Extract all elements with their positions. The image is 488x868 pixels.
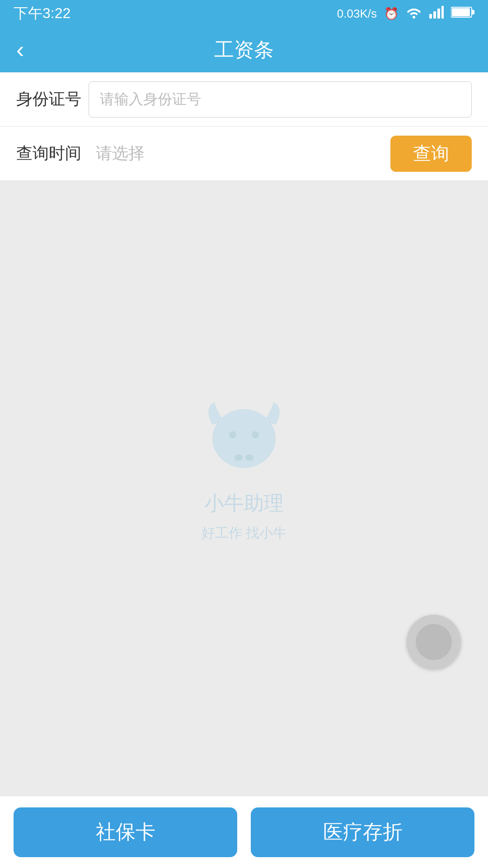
status-time: 下午3:22: [14, 4, 70, 24]
floating-button[interactable]: [407, 615, 461, 669]
id-row: 身份证号: [0, 72, 488, 127]
back-button[interactable]: ‹: [16, 36, 24, 63]
cellular-icon: [429, 6, 444, 22]
watermark-title: 小牛助理: [204, 490, 284, 517]
svg-point-9: [235, 454, 243, 461]
network-speed: 0.03K/s: [337, 7, 377, 21]
svg-point-12: [252, 431, 259, 439]
bull-logo-icon: [199, 398, 289, 479]
svg-point-10: [245, 454, 253, 461]
svg-rect-1: [433, 11, 436, 19]
time-select[interactable]: 请选择: [89, 142, 390, 165]
content-area: 小牛助理 好工作 找小牛: [0, 181, 488, 796]
status-bar: 下午3:22 0.03K/s ⏰: [0, 0, 488, 27]
status-icons: 0.03K/s ⏰: [337, 6, 474, 22]
alarm-icon: ⏰: [384, 7, 399, 21]
svg-point-8: [228, 447, 260, 467]
form-area: 身份证号 查询时间 请选择 查询: [0, 72, 488, 181]
svg-rect-3: [441, 6, 444, 19]
svg-rect-5: [472, 10, 474, 14]
social-security-button[interactable]: 社保卡: [14, 807, 237, 857]
svg-rect-2: [437, 9, 440, 19]
medical-passbook-button[interactable]: 医疗存折: [251, 807, 474, 857]
toolbar: ‹ 工资条: [0, 27, 488, 72]
floating-button-inner: [416, 624, 452, 660]
svg-rect-6: [452, 8, 470, 16]
svg-point-11: [229, 431, 236, 439]
id-input[interactable]: [89, 81, 472, 118]
bottom-bar: 社保卡 医疗存折: [0, 796, 488, 868]
watermark: 小牛助理 好工作 找小牛: [199, 398, 289, 542]
svg-rect-0: [429, 14, 432, 19]
watermark-subtitle: 好工作 找小牛: [202, 524, 286, 542]
wifi-icon: [406, 6, 422, 22]
time-label: 查询时间: [16, 142, 89, 165]
query-button[interactable]: 查询: [390, 136, 472, 172]
time-row: 查询时间 请选择 查询: [0, 127, 488, 181]
id-label: 身份证号: [16, 88, 89, 110]
battery-icon: [451, 6, 474, 21]
page-title: 工资条: [214, 37, 274, 63]
